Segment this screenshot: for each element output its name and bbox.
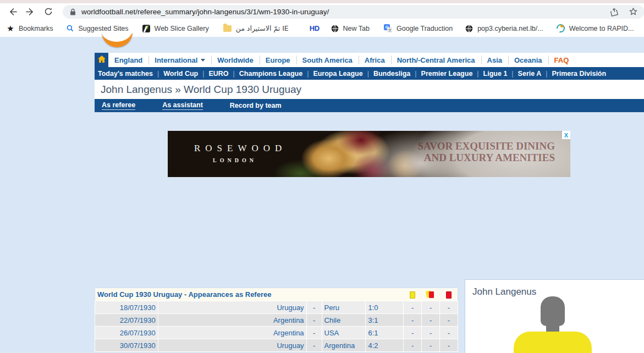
bookmark-suggested-sites[interactable]: Suggested Sites: [66, 24, 129, 33]
home-team[interactable]: Uruguay: [158, 339, 306, 352]
separator: |: [157, 70, 159, 78]
home-icon: [98, 55, 106, 65]
away-team[interactable]: Peru: [322, 301, 366, 314]
separator: -: [306, 327, 322, 339]
subnav-champions-league[interactable]: Champions League: [239, 70, 302, 78]
subnav-ligue-1[interactable]: Ligue 1: [483, 70, 508, 78]
separator: |: [307, 70, 309, 78]
nav-item-faq[interactable]: FAQ: [548, 53, 575, 67]
url-text[interactable]: worldfootball.net/referee_summary/john-l…: [81, 8, 610, 16]
lock-icon[interactable]: [70, 8, 76, 15]
match-date[interactable]: 18/07/1930: [95, 301, 158, 314]
nav-item-international[interactable]: International: [148, 53, 211, 67]
referee-name: John Langenus: [472, 286, 536, 297]
ad-tagline: SAVOR EXQUISITE DINING AND LUXURY AMENIT…: [417, 141, 555, 164]
separator: |: [546, 70, 547, 78]
reload-icon[interactable]: [42, 5, 55, 18]
tab-as-referee[interactable]: As referee: [102, 101, 135, 110]
back-icon[interactable]: [5, 5, 19, 18]
red-count: -: [440, 339, 458, 352]
away-team[interactable]: USA: [322, 327, 366, 339]
nav-item-europe[interactable]: Europe: [260, 53, 296, 67]
subnav-primera-division[interactable]: Primera División: [552, 70, 606, 78]
yellow-count: -: [404, 339, 422, 352]
yellow-red-count: -: [422, 301, 440, 314]
bookmark-new-tab[interactable]: New Tab: [331, 24, 370, 33]
bookmark-web-slice-gallery[interactable]: Web Slice Gallery: [142, 24, 209, 33]
bookmark-hd[interactable]: HD: [310, 24, 320, 32]
search-icon: [66, 24, 75, 33]
bookmark-imported-from-ie[interactable]: تمّ الاستيراد من IE: [223, 24, 289, 33]
table-title: World Cup 1930 Uruguay - Appearances as …: [95, 288, 404, 301]
away-team[interactable]: Chile: [322, 314, 366, 327]
web-page: England International Worldwide Europe S…: [0, 37, 644, 353]
ad-brand-text: ROSEWOOD: [194, 143, 287, 154]
yellow-card-icon: [410, 291, 415, 299]
nav-item-england[interactable]: England: [108, 53, 148, 67]
nav-item-asia[interactable]: Asia: [481, 53, 508, 67]
appearances-table: World Cup 1930 Uruguay - Appearances as …: [95, 288, 458, 352]
match-date[interactable]: 22/07/1930: [95, 314, 158, 327]
ad-brand-subtext: LONDON: [213, 157, 257, 163]
match-score[interactable]: 3:1: [366, 314, 404, 327]
away-team[interactable]: Argentina: [322, 339, 366, 352]
yellow-red-count: -: [422, 327, 440, 339]
home-button[interactable]: [95, 53, 108, 67]
table-row: 22/07/1930 Argentina - Chile 3:1 - - -: [95, 314, 458, 327]
bookmark-star-icon[interactable]: [629, 7, 638, 16]
match-date[interactable]: 30/07/1930: [95, 339, 158, 352]
separator: -: [306, 301, 322, 314]
yellow-red-count: -: [422, 339, 440, 352]
subnav-bundesliga[interactable]: Bundesliga: [373, 70, 410, 78]
match-date[interactable]: 26/07/1930: [95, 327, 158, 339]
nav-item-worldwide[interactable]: Worldwide: [211, 53, 259, 67]
web-slice-icon: [142, 25, 150, 32]
address-bar[interactable]: worldfootball.net/referee_summary/john-l…: [63, 5, 644, 19]
separator: |: [367, 70, 369, 78]
nav-item-south-america[interactable]: South America: [296, 53, 359, 67]
home-team[interactable]: Argentina: [158, 314, 306, 327]
close-icon[interactable]: X: [562, 131, 570, 139]
separator: |: [511, 70, 513, 78]
nav-item-africa[interactable]: Africa: [359, 53, 391, 67]
folder-icon: [223, 25, 232, 32]
table-row: 18/07/1930 Uruguay - Peru 1:0 - - -: [95, 301, 458, 314]
bookmark-pop3-cyberia[interactable]: pop3.cyberia.net.lb/...: [465, 24, 543, 33]
subnav-europa-league[interactable]: Europa League: [313, 70, 362, 78]
separator: -: [306, 314, 322, 327]
page-title: John Langenus » World Cup 1930 Uruguay: [101, 84, 301, 96]
separator: |: [202, 70, 204, 78]
bookmark-bookmarks[interactable]: ★ Bookmarks: [6, 24, 53, 33]
yellow-red-count: -: [422, 314, 440, 327]
separator: -: [306, 339, 322, 352]
subnav-serie-a[interactable]: Serie A: [518, 70, 542, 78]
star-filled-icon: ★: [6, 24, 15, 33]
site-logo[interactable]: [101, 33, 135, 52]
match-score[interactable]: 6:1: [366, 327, 404, 339]
subnav-world-cup[interactable]: World Cup: [163, 70, 198, 78]
tab-record-by-team[interactable]: Record by team: [230, 102, 282, 110]
page-title-band: John Langenus » World Cup 1930 Uruguay: [95, 80, 644, 99]
share-icon[interactable]: [610, 7, 620, 16]
ad-banner[interactable]: ROSEWOOD LONDON SAVOR EXQUISITE DINING A…: [168, 131, 570, 177]
match-score[interactable]: 1:0: [366, 301, 404, 314]
home-team[interactable]: Uruguay: [158, 301, 306, 314]
globe-icon: [331, 24, 339, 33]
table-row: 30/07/1930 Uruguay - Argentina 4:2 - - -: [95, 339, 458, 352]
nav-item-oceania[interactable]: Oceania: [508, 53, 548, 67]
subnav-todays-matches[interactable]: Today's matches: [98, 70, 153, 78]
subnav-euro[interactable]: EURO: [208, 70, 228, 78]
nav-item-north-central-america[interactable]: North/-Central America: [391, 53, 481, 67]
globe-icon: [465, 24, 474, 33]
subnav-premier-league[interactable]: Premier League: [421, 70, 473, 78]
bookmark-welcome-rapid[interactable]: Welcome to RAPID...: [557, 24, 634, 33]
bookmark-google-traduction[interactable]: G文 Google Traduction: [384, 24, 453, 33]
table-header-row: World Cup 1930 Uruguay - Appearances as …: [95, 288, 458, 301]
browser-toolbar: worldfootball.net/referee_summary/john-l…: [0, 3, 644, 20]
tab-as-assistant[interactable]: As assistant: [162, 101, 203, 110]
match-score[interactable]: 4:2: [366, 339, 404, 352]
bookmarks-bar: ★ Bookmarks Suggested Sites Web Slice Ga…: [0, 20, 644, 37]
forward-icon[interactable]: [24, 5, 37, 18]
red-count: -: [440, 327, 458, 339]
home-team[interactable]: Argentina: [158, 327, 306, 339]
